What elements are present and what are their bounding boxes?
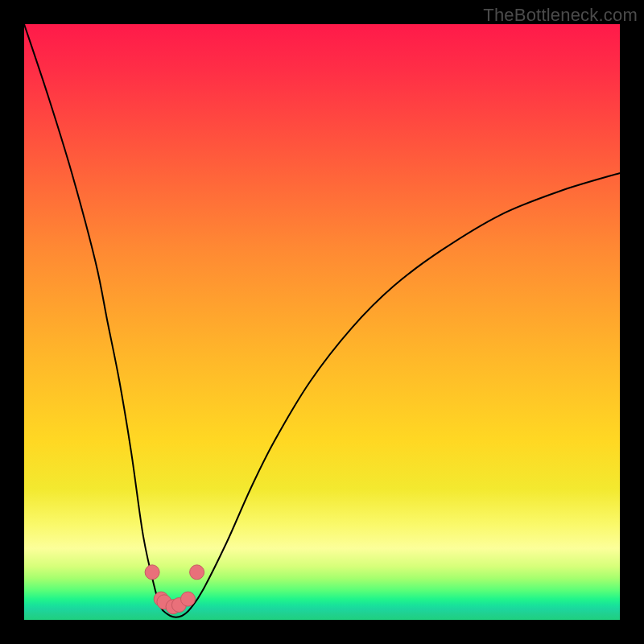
watermark-text: TheBottleneck.com	[483, 5, 638, 26]
bottleneck-curve-line	[24, 24, 620, 617]
curve-marker	[145, 565, 159, 580]
bottleneck-chart	[24, 24, 620, 620]
curve-marker	[181, 592, 196, 606]
curve-marker	[190, 565, 204, 580]
curve-markers	[145, 565, 204, 614]
